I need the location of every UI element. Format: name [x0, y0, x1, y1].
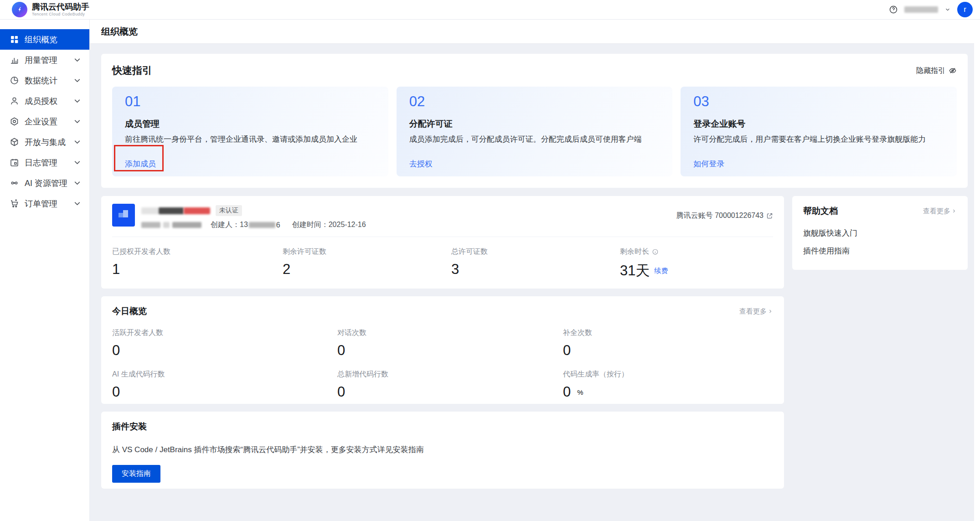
guide-step-member-management: 01 成员管理 前往腾讯统一身份平台，管理企业通讯录、邀请或添加成员加入企业 添… [112, 87, 388, 176]
stat-value: 0 [112, 384, 337, 400]
app-name: 腾讯云代码助手 [32, 3, 89, 11]
app-logo: 腾讯云代码助手 Tencent Cloud CodeBuddy [12, 2, 89, 17]
chevron-down-icon [72, 55, 82, 65]
stat-label: 活跃开发者人数 [112, 328, 163, 338]
external-link-icon[interactable] [766, 212, 773, 219]
redacted-org-id [141, 222, 160, 228]
chevron-down-icon [72, 178, 82, 188]
eye-slash-icon [949, 67, 957, 75]
sidebar-item-log-management[interactable]: 日志管理 [0, 152, 89, 173]
step-number: 03 [693, 94, 944, 109]
help-docs-title: 帮助文档 [803, 205, 838, 217]
cloud-account-label: 腾讯云账号 700001226743 [676, 211, 763, 221]
hide-guide-button[interactable]: 隐藏指引 [916, 66, 957, 76]
stat-active-devs: 活跃开发者人数 0 [112, 328, 337, 359]
stat-label: 补全次数 [563, 328, 592, 338]
go-authorize-link[interactable]: 去授权 [409, 159, 433, 169]
stat-unit: % [577, 388, 583, 396]
grid-icon [10, 35, 19, 44]
redacted-username [904, 6, 938, 13]
help-docs-card: 帮助文档 查看更多 旗舰版快速入门 插件使用指南 [792, 196, 968, 270]
redacted-phone [249, 222, 275, 228]
stat-remaining-licenses: 剩余许可证数 2 [283, 247, 451, 280]
step-description: 许可分配完成后，用户需要在客户端上切换企业账号登录旗舰版能力 [693, 134, 944, 145]
sidebar-item-enterprise-settings[interactable]: 企业设置 [0, 111, 89, 132]
chevron-down-icon [72, 117, 82, 126]
pie-chart-icon [10, 76, 19, 85]
created-time-label: 创建时间：2025-12-16 [292, 220, 366, 230]
chevron-right-icon [768, 309, 773, 314]
divider [112, 237, 773, 237]
creator-label-suffix: 6 [276, 221, 280, 229]
stat-chat-count: 对话次数 0 [337, 328, 563, 359]
sidebar-item-label: 日志管理 [25, 157, 57, 168]
add-member-link[interactable]: 添加成员 [125, 159, 156, 169]
page-title: 组织概览 [101, 26, 138, 38]
doc-link-quickstart[interactable]: 旗舰版快速入门 [803, 228, 957, 238]
help-docs-more-link[interactable]: 查看更多 [923, 207, 957, 216]
sidebar-item-open-integration[interactable]: 开放与集成 [0, 132, 89, 152]
content-area: 快速指引 隐藏指引 01 成员管理 前往腾讯统一身份平台，管理企业通讯录、邀请或… [90, 44, 974, 521]
sidebar-item-label: AI 资源管理 [25, 178, 67, 189]
sidebar-item-label: 用量管理 [25, 55, 57, 66]
info-icon[interactable] [652, 248, 659, 255]
doc-link-plugin-guide[interactable]: 插件使用指南 [803, 246, 957, 256]
step-title: 分配许可证 [409, 118, 660, 130]
today-more-link[interactable]: 查看更多 [739, 307, 773, 316]
step-title: 成员管理 [125, 118, 376, 130]
stat-value: 2 [283, 261, 451, 278]
stat-label: AI 生成代码行数 [112, 370, 165, 379]
stat-remaining-days: 剩余时长 31天 续费 [620, 247, 773, 280]
cart-icon [10, 199, 19, 208]
redacted-org-id [172, 222, 201, 228]
stat-completion-count: 补全次数 0 [563, 328, 773, 359]
stat-code-gen-rate: 代码生成率（按行） 0 % [563, 370, 773, 400]
calendar-icon [10, 158, 19, 167]
quick-guide-card: 快速指引 隐藏指引 01 成员管理 前往腾讯统一身份平台，管理企业通讯录、邀请或… [101, 54, 968, 188]
sidebar-item-data-stats[interactable]: 数据统计 [0, 70, 89, 91]
redacted-org-name [159, 207, 184, 214]
today-overview-card: 今日概览 查看更多 活跃开发者人数 0 对话次数 0 补全次数 0 [101, 296, 784, 404]
sidebar-item-label: 企业设置 [25, 116, 57, 127]
chevron-down-icon [72, 199, 82, 208]
how-to-login-link[interactable]: 如何登录 [693, 159, 724, 169]
sidebar-item-label: 订单管理 [25, 198, 57, 209]
stat-ai-code-lines: AI 生成代码行数 0 [112, 370, 337, 400]
stat-value: 0 [337, 384, 563, 400]
sidebar-item-usage[interactable]: 用量管理 [0, 50, 89, 70]
renew-link[interactable]: 续费 [654, 267, 668, 275]
sidebar-item-org-overview[interactable]: 组织概览 [0, 29, 89, 50]
status-badge: 未认证 [216, 205, 242, 216]
step-description: 前往腾讯统一身份平台，管理企业通讯录、邀请或添加成员加入企业 [125, 134, 376, 145]
chevron-down-icon[interactable] [944, 6, 951, 13]
guide-step-assign-license: 02 分配许可证 成员添加完成后，可分配成员许可证。分配完成后成员可使用客户端 … [397, 87, 673, 176]
install-guide-button[interactable]: 安装指南 [112, 465, 160, 483]
sidebar-item-label: 开放与集成 [25, 137, 66, 148]
stat-value: 0 [563, 342, 773, 359]
step-title: 登录企业账号 [693, 118, 944, 130]
plugin-install-card: 插件安装 从 VS Code / JetBrains 插件市场搜索“腾讯云代码助… [101, 412, 784, 489]
org-info-card: 未认证 创建人：13 6 创建时间：2025-12-16 [101, 196, 784, 289]
stat-value: 3 [451, 261, 620, 278]
step-description: 成员添加完成后，可分配成员许可证。分配完成后成员可使用客户端 [409, 134, 660, 145]
sidebar-item-order-management[interactable]: 订单管理 [0, 193, 89, 214]
user-icon [10, 96, 19, 106]
help-icon[interactable] [889, 5, 898, 14]
redacted-org-name [141, 207, 159, 214]
sidebar-item-member-auth[interactable]: 成员授权 [0, 91, 89, 111]
creator-label: 创建人：13 [211, 220, 248, 230]
stat-total-licenses: 总许可证数 3 [451, 247, 620, 280]
stat-label: 总许可证数 [451, 247, 488, 257]
plugin-description: 从 VS Code / JetBrains 插件市场搜索“腾讯云代码助手”并安装… [112, 444, 773, 455]
bar-chart-icon [10, 55, 19, 65]
sidebar-item-ai-resources[interactable]: AI 资源管理 [0, 173, 89, 193]
chevron-down-icon [72, 96, 82, 106]
stat-value: 1 [112, 261, 283, 278]
avatar[interactable]: r [957, 2, 973, 17]
org-avatar [112, 204, 135, 227]
more-label: 查看更多 [923, 207, 950, 216]
stat-value: 0 [337, 342, 563, 359]
scrollbar-track[interactable] [974, 20, 980, 521]
stat-label: 总新增代码行数 [337, 370, 388, 379]
plugin-title: 插件安装 [112, 421, 773, 433]
